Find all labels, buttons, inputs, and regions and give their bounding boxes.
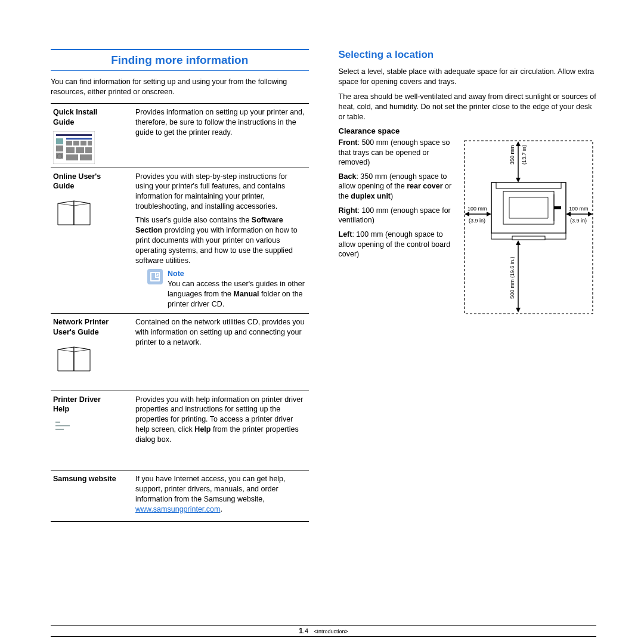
table-row: Printer Driver Help Provides you with he… <box>51 391 309 470</box>
svg-rect-27 <box>512 236 545 240</box>
svg-rect-1 <box>56 134 92 136</box>
svg-rect-21 <box>55 425 70 426</box>
info-table: Quick Install Guide <box>51 103 309 522</box>
row-title: Guide <box>53 182 74 190</box>
svg-marker-48 <box>516 308 521 312</box>
svg-rect-2 <box>56 138 63 144</box>
svg-rect-12 <box>85 147 92 153</box>
section-title-location: Selecting a location <box>339 49 597 61</box>
svg-rect-30 <box>554 206 561 209</box>
svg-text:100 mm: 100 mm <box>569 206 589 212</box>
samsung-link[interactable]: www.samsungprinter.com <box>135 505 220 513</box>
note-block: Note You can access the user's guides in… <box>135 269 306 309</box>
svg-rect-22 <box>55 429 64 430</box>
row-desc: Provides information on setting up your … <box>135 107 306 138</box>
section-title-finding: Finding more information <box>51 49 309 71</box>
svg-rect-11 <box>76 147 84 153</box>
svg-rect-10 <box>66 147 75 153</box>
clearance-front: Front: 500 mm (enough space so that tray… <box>339 138 452 167</box>
svg-rect-7 <box>73 141 79 145</box>
row-desc: This user's guide also contains the Soft… <box>135 215 306 265</box>
row-title: Quick Install <box>53 108 97 116</box>
svg-text:100 mm: 100 mm <box>467 206 487 212</box>
svg-text:(3.9 in): (3.9 in) <box>570 218 587 224</box>
row-title: Guide <box>53 118 74 126</box>
svg-text:(3.9 in): (3.9 in) <box>469 218 485 224</box>
svg-marker-38 <box>487 212 491 216</box>
clearance-right: Right: 100 mm (enough space for ventilat… <box>339 206 452 225</box>
clearance-left: Left: 100 mm (enough space to allow open… <box>339 230 452 259</box>
page-footer: 1.4 <Introduction> <box>51 625 596 637</box>
quick-install-thumb-icon <box>53 131 131 164</box>
row-desc: Provides you with step-by-step instructi… <box>135 172 306 212</box>
row-title: Online User's <box>53 172 101 181</box>
row-desc: Provides you with help information on pr… <box>135 395 306 445</box>
svg-rect-3 <box>56 145 63 151</box>
clearance-heading: Clearance space <box>339 126 597 135</box>
location-p1: Select a level, stable place with adequa… <box>339 67 597 87</box>
svg-rect-8 <box>80 141 86 145</box>
table-row: Quick Install Guide <box>51 103 309 168</box>
svg-rect-9 <box>88 141 92 145</box>
svg-rect-28 <box>503 191 554 224</box>
svg-rect-25 <box>496 182 561 188</box>
table-row: Online User's Guide Provides you with st… <box>51 168 309 313</box>
clearance-back: Back: 350 mm (enough space to allow open… <box>339 172 452 201</box>
svg-rect-13 <box>66 154 78 160</box>
note-icon <box>147 269 163 309</box>
book-icon <box>53 341 131 374</box>
svg-marker-42 <box>566 212 571 216</box>
row-title: Help <box>53 405 69 413</box>
row-title: Samsung website <box>53 475 116 483</box>
location-p2: The area should be well-ventilated and a… <box>339 92 597 122</box>
book-icon <box>53 195 131 228</box>
note-title: Note <box>168 270 184 278</box>
svg-marker-47 <box>516 240 521 245</box>
svg-marker-33 <box>516 178 521 182</box>
svg-rect-20 <box>55 422 60 423</box>
row-title: User's Guide <box>53 328 99 336</box>
row-desc: Contained on the network utilities CD, p… <box>135 317 306 348</box>
svg-marker-37 <box>465 212 469 216</box>
row-desc: If you have Internet access, you can get… <box>135 474 306 515</box>
svg-text:350 mm: 350 mm <box>509 145 515 165</box>
note-text: You can access the user's guides in othe… <box>168 280 305 308</box>
intro-text: You can find information for setting up … <box>51 77 309 97</box>
svg-text:500 mm (19.6 in.): 500 mm (19.6 in.) <box>509 257 515 299</box>
table-row: Network Printer User's Guide Contained o… <box>51 313 309 391</box>
row-title: Printer Driver <box>53 395 101 404</box>
svg-rect-5 <box>66 138 92 140</box>
svg-marker-32 <box>516 141 521 146</box>
svg-text:(13.7 in): (13.7 in) <box>521 145 527 165</box>
table-row: Samsung website If you have Internet acc… <box>51 470 309 522</box>
lines-icon <box>53 418 131 436</box>
svg-marker-43 <box>588 212 593 216</box>
row-title: Network Printer <box>53 318 109 326</box>
svg-rect-14 <box>80 154 92 160</box>
svg-rect-6 <box>66 141 72 145</box>
clearance-diagram: 350 mm (13.7 in) 100 mm (3.9 in) 100 mm … <box>462 138 597 318</box>
